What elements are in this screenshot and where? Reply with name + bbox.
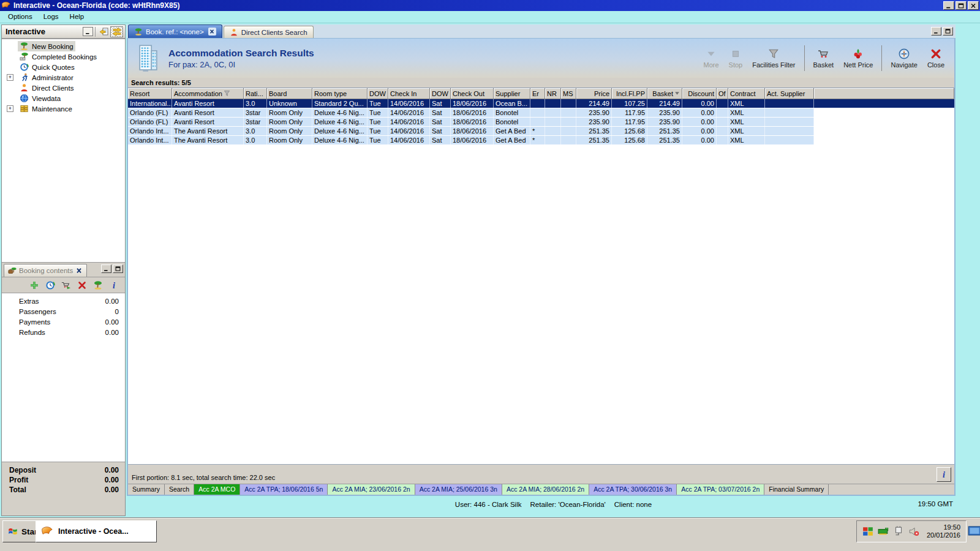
column-header-resort[interactable]: Resort bbox=[128, 88, 172, 99]
close-icon bbox=[970, 2, 977, 9]
window-title: Interactive - Ocean-Florida (code: wHtRh… bbox=[13, 0, 179, 11]
tab-acc-2a-tpa-03-07-2016-2n[interactable]: Acc 2A TPA; 03/07/2016 2n bbox=[677, 484, 764, 495]
cell-dow: Tue bbox=[368, 99, 388, 108]
funnel-icon bbox=[768, 48, 779, 59]
column-label: Discount bbox=[688, 89, 714, 99]
result-row[interactable]: Orlando Int...The Avanti Resort3.0Room O… bbox=[128, 127, 814, 136]
booking-contents-toolbar: i bbox=[2, 277, 125, 293]
move-to-basket-button[interactable] bbox=[61, 280, 71, 290]
bc-minimize-button[interactable] bbox=[101, 264, 111, 273]
booking-contents-tab[interactable]: Booking contents bbox=[4, 264, 87, 277]
booking-contents-summary: Deposit0.00Profit0.00Total0.00 bbox=[2, 462, 125, 515]
quick-quote-button[interactable] bbox=[45, 280, 55, 290]
sidebar-item-administrator[interactable]: +Administrator bbox=[2, 72, 125, 83]
clock-time: 19:50 bbox=[927, 523, 960, 532]
menu-item-options[interactable]: Options bbox=[2, 11, 38, 23]
expander-icon[interactable]: + bbox=[7, 105, 13, 112]
close-button[interactable]: Close bbox=[922, 47, 949, 70]
tab-book-ref-none[interactable]: Book. ref.: <none> bbox=[128, 24, 222, 38]
column-header-rati[interactable]: Rati... bbox=[244, 88, 267, 99]
sidebar-item-direct-clients[interactable]: Direct Clients bbox=[2, 83, 125, 93]
panel-maximize-button[interactable] bbox=[943, 27, 953, 36]
column-header-er[interactable]: Er bbox=[530, 88, 545, 99]
add-button[interactable] bbox=[29, 280, 39, 290]
sidebar-item-quick-quotes[interactable]: Quick Quotes bbox=[2, 62, 125, 72]
column-header-dow[interactable]: DOW bbox=[368, 88, 388, 99]
column-header-incl-fl-pp[interactable]: Incl.Fl.PP bbox=[612, 88, 647, 99]
sidebar-item-completed-bookings[interactable]: Completed Bookings bbox=[2, 51, 125, 62]
tab-acc-2a-mco[interactable]: Acc 2A MCO bbox=[194, 484, 240, 495]
tab-acc-2a-mia-23-06-2016-2n[interactable]: Acc 2A MIA; 23/06/2016 2n bbox=[328, 484, 415, 495]
tab-label: Direct Clients Search bbox=[241, 29, 307, 36]
column-header-nr[interactable]: NR bbox=[545, 88, 561, 99]
maximize-button[interactable] bbox=[956, 1, 967, 10]
grid-header-row: ResortAccommodationRati...BoardRoom type… bbox=[128, 88, 954, 99]
sidebar-item-new-booking[interactable]: New Booking bbox=[2, 41, 125, 51]
column-header-contract[interactable]: Contract bbox=[728, 88, 765, 99]
close-button[interactable] bbox=[968, 1, 979, 10]
column-header-room-type[interactable]: Room type bbox=[312, 88, 368, 99]
cell-accommodation: Avanti Resort bbox=[172, 99, 244, 108]
tab-direct-clients-search[interactable]: Direct Clients Search bbox=[224, 26, 314, 38]
basket-button[interactable]: Basket bbox=[809, 47, 839, 70]
info-button[interactable]: i bbox=[109, 280, 119, 290]
menu-item-logs[interactable]: Logs bbox=[38, 11, 64, 23]
cell-resort: Orlando Int... bbox=[128, 136, 172, 144]
cell-act-supplier bbox=[765, 108, 814, 117]
info-button[interactable]: i bbox=[937, 467, 951, 482]
navigate-button[interactable]: Navigate bbox=[886, 47, 922, 70]
cell-check-in: 14/06/2016 bbox=[388, 118, 430, 126]
column-header-discount[interactable]: Discount bbox=[682, 88, 717, 99]
panel-minimize-button[interactable] bbox=[931, 27, 941, 36]
new-booking-button[interactable] bbox=[93, 280, 103, 290]
sidebar-item-viewdata[interactable]: Viewdata bbox=[2, 93, 125, 103]
column-header-act-supplier[interactable]: Act. Supplier bbox=[765, 88, 814, 99]
taskbar-task-button[interactable]: Interactive - Ocea... bbox=[36, 520, 157, 542]
column-header-basket[interactable]: Basket bbox=[647, 88, 682, 99]
sync-view-button[interactable] bbox=[110, 26, 123, 37]
cell-ms bbox=[561, 108, 576, 117]
column-header-check-out[interactable]: Check Out bbox=[451, 88, 494, 99]
funnel-icon bbox=[224, 90, 230, 97]
go-back-button[interactable] bbox=[97, 26, 110, 37]
result-row[interactable]: Orlando Int...The Avanti Resort3.0Room O… bbox=[128, 136, 814, 145]
page-subtitle: For pax: 2A, 0C, 0I bbox=[168, 60, 314, 69]
tab-acc-2a-tpa-18-06-2016-5n[interactable]: Acc 2A TPA; 18/06/2016 5n bbox=[240, 484, 328, 495]
column-header-accommodation[interactable]: Accommodation bbox=[172, 88, 244, 99]
tab-search[interactable]: Search bbox=[165, 484, 194, 495]
menu-item-help[interactable]: Help bbox=[64, 11, 90, 23]
nett-price-button[interactable]: Nett Price bbox=[839, 47, 878, 70]
close-tab-icon[interactable] bbox=[75, 267, 83, 274]
column-header-price[interactable]: Price bbox=[576, 88, 612, 99]
booking-contents-controls bbox=[101, 264, 123, 273]
tab-acc-2a-mia-25-06-2016-3n[interactable]: Acc 2A MIA; 25/06/2016 3n bbox=[415, 484, 502, 495]
expander-icon[interactable]: + bbox=[7, 74, 13, 81]
result-row[interactable]: Orlando (FL)Avanti Resort3starRoom OnlyD… bbox=[128, 108, 814, 118]
close-tab-button[interactable] bbox=[208, 28, 216, 36]
sidebar-item-maintenance[interactable]: +Maintenance bbox=[2, 103, 125, 114]
column-header-dow[interactable]: DOW bbox=[430, 88, 451, 99]
column-header-check-in[interactable]: Check In bbox=[388, 88, 430, 99]
column-header-board[interactable]: Board bbox=[267, 88, 312, 99]
tab-acc-2a-tpa-30-06-2016-3n[interactable]: Acc 2A TPA; 30/06/2016 3n bbox=[589, 484, 677, 495]
basket-icon bbox=[818, 48, 829, 59]
collapse-panel-button[interactable] bbox=[83, 27, 93, 36]
cell-dow: Sat bbox=[430, 136, 451, 144]
tab-acc-2a-mia-28-06-2016-2n[interactable]: Acc 2A MIA; 28/06/2016 2n bbox=[502, 484, 589, 495]
booking-contents-row: Passengers0 bbox=[2, 306, 125, 317]
tab-summary[interactable]: Summary bbox=[128, 484, 165, 495]
show-desktop-icon[interactable] bbox=[968, 524, 980, 538]
facilities-filter-button[interactable]: Facilities Filter bbox=[747, 47, 800, 70]
column-header-ms[interactable]: MS bbox=[561, 88, 576, 99]
result-row[interactable]: International...Avanti Resort3.0UnknownS… bbox=[128, 99, 954, 108]
tab-financial-summary[interactable]: Financial Summary bbox=[764, 484, 829, 495]
column-header-of[interactable]: Of bbox=[717, 88, 728, 99]
minimize-button[interactable] bbox=[943, 1, 954, 10]
bc-maximize-button[interactable] bbox=[113, 264, 123, 273]
clock-icon bbox=[45, 280, 55, 290]
cell-of bbox=[717, 127, 728, 135]
column-header-supplier[interactable]: Supplier bbox=[494, 88, 530, 99]
result-row[interactable]: Orlando (FL)Avanti Resort3starRoom OnlyD… bbox=[128, 118, 814, 127]
delete-button[interactable] bbox=[77, 280, 87, 290]
cell-incl-fl-pp: 117.95 bbox=[612, 108, 647, 117]
